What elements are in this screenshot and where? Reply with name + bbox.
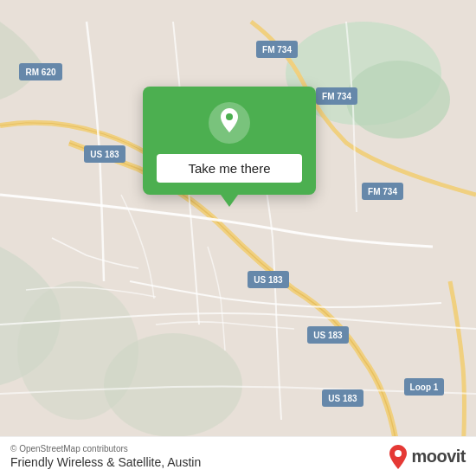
osm-credit: © OpenStreetMap contributors	[10, 444, 201, 453]
svg-point-2	[346, 61, 450, 138]
svg-text:FM 734: FM 734	[262, 45, 292, 55]
svg-text:FM 734: FM 734	[368, 187, 397, 196]
location-pin-icon	[217, 108, 241, 138]
svg-point-4	[104, 333, 242, 437]
svg-text:US 183: US 183	[328, 394, 357, 403]
svg-text:FM 734: FM 734	[322, 92, 351, 101]
place-name: Friendly Wireless & Satellite, Austin	[10, 455, 201, 469]
popup-card: Take me there	[143, 87, 316, 195]
svg-text:US 183: US 183	[254, 275, 283, 285]
map-container: RM 620 FM 734 FM 734 FM 734 US 183 US 18…	[0, 0, 476, 476]
moovit-text: moovit	[411, 447, 466, 466]
location-icon-circle	[209, 102, 250, 144]
bottom-bar: © OpenStreetMap contributors Friendly Wi…	[0, 436, 476, 476]
moovit-logo[interactable]: moovit	[389, 445, 466, 469]
svg-point-23	[226, 113, 233, 120]
svg-text:US 183: US 183	[90, 150, 119, 159]
moovit-pin-icon	[389, 445, 408, 469]
take-me-there-button[interactable]: Take me there	[157, 154, 302, 183]
map-background: RM 620 FM 734 FM 734 FM 734 US 183 US 18…	[0, 0, 476, 476]
svg-text:Loop 1: Loop 1	[410, 383, 439, 392]
svg-text:RM 620: RM 620	[25, 68, 55, 77]
svg-point-24	[395, 450, 402, 457]
svg-text:US 183: US 183	[313, 331, 343, 340]
bottom-left: © OpenStreetMap contributors Friendly Wi…	[10, 444, 201, 469]
